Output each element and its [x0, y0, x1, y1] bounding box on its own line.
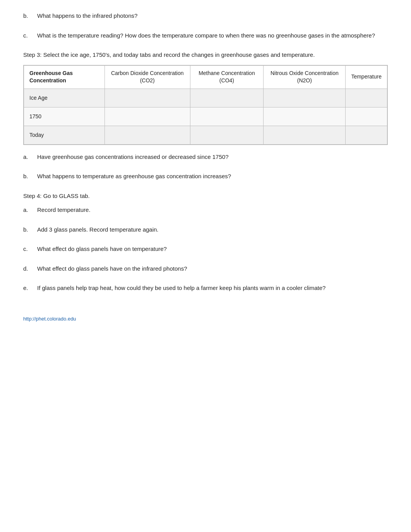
step4-question-a-label: a.: [23, 206, 37, 215]
step4-question-d: d. What effect do glass panels have on t…: [23, 264, 388, 273]
step4-question-e: e. If glass panels help trap heat, how c…: [23, 284, 388, 293]
question-b: b. What happens to the infrared photons?: [23, 12, 388, 20]
row-ice-age-co2: [104, 89, 190, 107]
step3-question-a: a. Have greenhouse gas concentrations in…: [23, 153, 388, 162]
step4-question-b-text: Add 3 glass panels. Record temperature a…: [37, 225, 388, 234]
row-ice-age-n2o: [264, 89, 346, 107]
step3-question-b-text: What happens to temperature as greenhous…: [37, 172, 388, 181]
footer-link[interactable]: http://phet.colorado.edu: [23, 316, 388, 322]
step4-question-e-text: If glass panels help trap heat, how coul…: [37, 284, 388, 293]
table-header-row: Greenhouse Gas Concentration Carbon Diox…: [24, 65, 387, 89]
pre-step3-questions: b. What happens to the infrared photons?…: [23, 12, 388, 40]
step3-instruction: Step 3: Select the ice age, 1750's, and …: [23, 51, 388, 60]
table-row-1750: 1750: [24, 107, 387, 126]
row-label-ice-age: Ice Age: [24, 89, 105, 107]
question-c: c. What is the temperature reading? How …: [23, 31, 388, 40]
row-1750-temp: [346, 107, 387, 126]
step3-question-a-text: Have greenhouse gas concentrations incre…: [37, 153, 388, 162]
step3-question-a-label: a.: [23, 153, 37, 162]
col-header-temp: Temperature: [346, 65, 387, 89]
row-1750-n2o: [264, 107, 346, 126]
row-ice-age-temp: [346, 89, 387, 107]
step4-instruction: Step 4: Go to GLASS tab.: [23, 192, 388, 201]
question-b-text: What happens to the infrared photons?: [37, 12, 388, 20]
row-label-1750: 1750: [24, 107, 105, 126]
table-row-ice-age: Ice Age: [24, 89, 387, 107]
row-today-co2: [104, 126, 190, 144]
step4-question-d-text: What effect do glass panels have on the …: [37, 264, 388, 273]
step4-question-c-text: What effect do glass panels have on temp…: [37, 245, 388, 254]
row-1750-co2: [104, 107, 190, 126]
step4-question-c: c. What effect do glass panels have on t…: [23, 245, 388, 254]
step4-questions: a. Record temperature. b. Add 3 glass pa…: [23, 206, 388, 293]
row-label-today: Today: [24, 126, 105, 144]
row-ice-age-ch4: [190, 89, 264, 107]
row-today-temp: [346, 126, 387, 144]
question-c-text: What is the temperature reading? How doe…: [37, 31, 388, 40]
col-header-co2: Carbon Dioxide Concentration (CO2): [104, 65, 190, 89]
question-b-label: b.: [23, 12, 37, 20]
col-header-ghg: Greenhouse Gas Concentration: [24, 65, 105, 89]
step4-question-b: b. Add 3 glass panels. Record temperatur…: [23, 225, 388, 234]
row-1750-ch4: [190, 107, 264, 126]
step4-question-d-label: d.: [23, 264, 37, 273]
step3-questions: a. Have greenhouse gas concentrations in…: [23, 153, 388, 181]
step4-question-c-label: c.: [23, 245, 37, 254]
greenhouse-table: Greenhouse Gas Concentration Carbon Diox…: [23, 65, 388, 145]
col-header-n2o: Nitrous Oxide Concentration (N2O): [264, 65, 346, 89]
table-row-today: Today: [24, 126, 387, 144]
row-today-ch4: [190, 126, 264, 144]
step4-question-a: a. Record temperature.: [23, 206, 388, 215]
col-header-methane: Methane Concentration (CO4): [190, 65, 264, 89]
step3-question-b-label: b.: [23, 172, 37, 181]
step4-question-b-label: b.: [23, 225, 37, 234]
data-table: Greenhouse Gas Concentration Carbon Diox…: [24, 65, 387, 145]
step4-question-a-text: Record temperature.: [37, 206, 388, 215]
row-today-n2o: [264, 126, 346, 144]
question-c-label: c.: [23, 31, 37, 40]
step3-question-b: b. What happens to temperature as greenh…: [23, 172, 388, 181]
step4-question-e-label: e.: [23, 284, 37, 293]
